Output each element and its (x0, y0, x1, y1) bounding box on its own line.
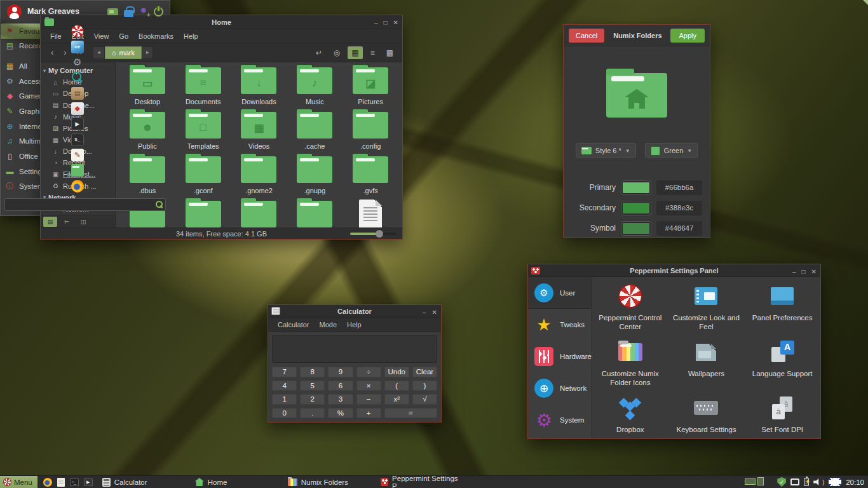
app-customize-look-and-feel[interactable]: Customize Look and Feel (668, 281, 745, 337)
key-6[interactable]: 6 (328, 381, 353, 391)
key-sqrt[interactable]: √ (412, 394, 437, 405)
menu-mode[interactable]: Mode (315, 320, 342, 330)
secondary-color-button[interactable] (621, 201, 651, 215)
expander-icon[interactable]: ▾ (43, 68, 46, 74)
panel-settings-icon[interactable] (107, 8, 118, 15)
file-item[interactable]: □Templates (175, 109, 231, 154)
close-button[interactable]: ✕ (432, 309, 437, 316)
file-item[interactable]: ♪Music (287, 65, 342, 109)
breadcrumb-left-arrow[interactable]: ◂ (93, 46, 105, 59)
calculator-titlebar[interactable]: Calculator – ✕ (268, 305, 441, 318)
file-item[interactable]: ◪Pictures (342, 65, 398, 109)
key-1[interactable]: 1 (272, 394, 297, 405)
file-item[interactable]: ↓Downloads (231, 65, 287, 109)
file-item[interactable]: .gnupg (287, 154, 342, 198)
shield-icon[interactable]: ✓ (777, 477, 786, 487)
file-item[interactable]: .gconf (175, 154, 231, 198)
battery-icon[interactable] (804, 478, 809, 486)
sidebar-item-user[interactable]: ⚙User (528, 277, 592, 309)
primary-color-button[interactable] (621, 181, 651, 194)
logout-icon[interactable] (154, 7, 163, 17)
key-multiply[interactable]: × (356, 381, 381, 391)
uk-flag-icon[interactable] (829, 478, 841, 486)
key-decimal[interactable]: . (300, 408, 325, 419)
places-pane-button[interactable]: ▤ (43, 217, 57, 227)
key-5[interactable]: 5 (300, 381, 325, 391)
key-7[interactable]: 7 (272, 367, 297, 377)
key-subtract[interactable]: − (356, 394, 381, 405)
list-view-toggle[interactable]: ≡ (367, 46, 379, 59)
key-percent[interactable]: % (328, 408, 353, 419)
breadcrumb-right-arrow[interactable]: ▸ (142, 46, 154, 59)
zoom-slider[interactable] (350, 233, 396, 235)
sidebar-item-system[interactable]: ⚙System (528, 404, 592, 436)
file-item[interactable]: .config (342, 109, 398, 154)
key-0[interactable]: 0 (272, 408, 297, 419)
sidebar-item-tweaks[interactable]: ★Tweaks (528, 309, 592, 341)
menu-help[interactable]: Help (342, 320, 366, 330)
goto-location-icon[interactable]: ◎ (330, 46, 344, 59)
player-icon[interactable]: ▶ (84, 478, 93, 486)
app-customize-numix-folder-icons[interactable]: Customize Numix Folder Icons (592, 337, 668, 393)
app-wallpapers[interactable]: Wallpapers (668, 337, 745, 393)
key-divide[interactable]: ÷ (356, 367, 381, 377)
file-item[interactable]: ▭Desktop (119, 65, 175, 109)
icon-view-toggle[interactable]: ▦ (348, 46, 362, 59)
menu-help[interactable]: Help (179, 31, 203, 41)
user-switch-icon[interactable] (139, 7, 148, 16)
file-item[interactable]: .dbus (119, 154, 175, 198)
sidebar-item-hardware[interactable]: Hardware (528, 341, 592, 372)
file-item[interactable]: .gvfs (342, 154, 398, 198)
menu-button[interactable]: Menu (0, 476, 37, 488)
key-add[interactable]: + (356, 408, 381, 419)
close-button[interactable]: ✕ (811, 268, 817, 275)
minimize-button[interactable]: – (423, 309, 426, 316)
symbol-color-button[interactable] (621, 222, 651, 235)
cancel-button[interactable]: Cancel (569, 29, 604, 43)
file-item[interactable]: ☻Public (119, 109, 175, 154)
file-item[interactable] (231, 198, 287, 227)
split-pane-button[interactable]: ◫ (76, 217, 90, 227)
app-peppermint-control-center[interactable]: Peppermint Control Center (592, 281, 668, 337)
minimize-button[interactable]: – (792, 268, 796, 275)
key-close-paren[interactable]: ) (412, 381, 437, 391)
key-open-paren[interactable]: ( (384, 381, 409, 391)
app-language-support[interactable]: Language Support (744, 337, 820, 393)
file-item[interactable]: ≡Documents (175, 65, 231, 109)
file-item[interactable] (287, 198, 342, 227)
key-equals[interactable]: = (384, 408, 437, 419)
maximize-button[interactable]: □ (384, 19, 388, 26)
key-8[interactable]: 8 (300, 367, 325, 377)
compact-view-toggle[interactable]: ▩ (383, 46, 397, 59)
key-undo[interactable]: Undo (384, 367, 409, 377)
menu-view[interactable]: View (90, 31, 114, 41)
forward-button[interactable]: › (58, 46, 71, 58)
menu-go[interactable]: Go (114, 31, 133, 41)
app-panel-preferences[interactable]: Panel Preferences (744, 281, 820, 337)
key-4[interactable]: 4 (272, 381, 297, 391)
terminal-icon[interactable]: ›_ (70, 478, 79, 486)
color-dropdown[interactable]: Green ▼ (645, 143, 698, 158)
tree-pane-button[interactable]: ⊢ (60, 217, 74, 227)
open-location-icon[interactable]: ↵ (312, 46, 326, 59)
app-dropbox[interactable]: Dropbox (592, 393, 668, 438)
file-item[interactable] (175, 198, 231, 227)
file-item[interactable]: ▦Videos (231, 109, 287, 154)
minimize-button[interactable]: – (374, 19, 378, 26)
task-peppermint-settings[interactable]: Peppermint Settings P... (377, 476, 470, 488)
key-clear[interactable]: Clear (412, 367, 437, 377)
speaker-icon[interactable] (813, 478, 822, 486)
app-set-font-dpi[interactable]: Set Font DPI (744, 393, 820, 438)
breadcrumb[interactable]: ⌂mark (105, 46, 142, 59)
task-home[interactable]: Home (191, 476, 284, 488)
menu-calculator[interactable]: Calculator (273, 320, 314, 330)
key-2[interactable]: 2 (300, 394, 325, 405)
key-square[interactable]: x² (384, 394, 409, 405)
clock[interactable]: 20:10 (846, 478, 864, 486)
app-keyboard-settings[interactable]: Keyboard Settings (668, 393, 745, 438)
key-9[interactable]: 9 (328, 367, 353, 377)
lock-icon[interactable] (124, 10, 133, 17)
workspace-pager[interactable] (745, 477, 768, 487)
notepad-icon[interactable] (57, 478, 65, 487)
menu-bookmarks[interactable]: Bookmarks (134, 31, 178, 41)
